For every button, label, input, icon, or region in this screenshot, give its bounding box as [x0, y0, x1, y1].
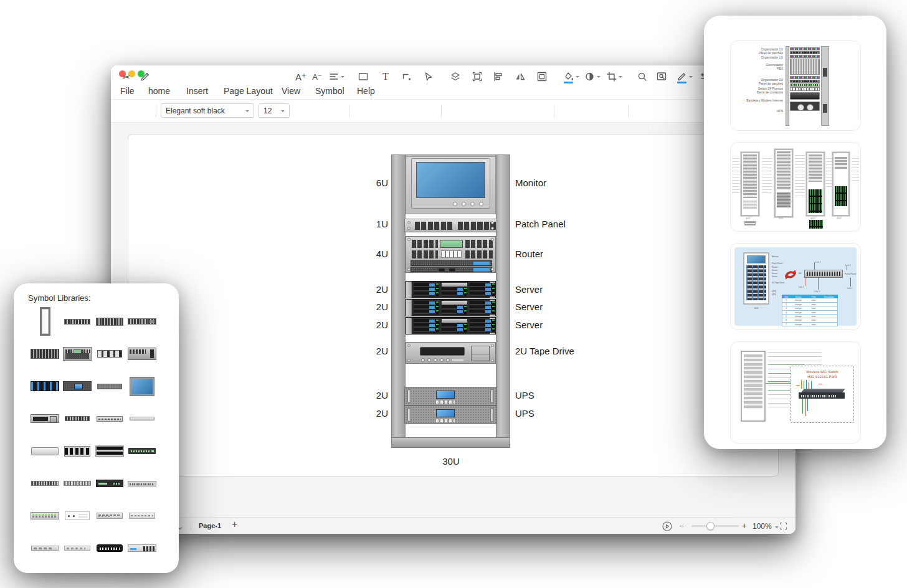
rack-height-label[interactable]: 30U: [426, 456, 476, 467]
rack-switch-symbol[interactable]: [96, 318, 123, 326]
rack-unit-name-label[interactable]: Server: [515, 320, 543, 330]
switch-led-symbol[interactable]: [128, 448, 156, 454]
rack-unit-name-label[interactable]: UPS: [515, 408, 534, 419]
page-tab[interactable]: Page-1: [199, 522, 221, 529]
template-thumbnail-four-racks[interactable]: 40U40U40U40U: [730, 142, 861, 232]
rack-unit-size-label[interactable]: 4U: [376, 249, 388, 259]
rack-unit-size-label[interactable]: 2U: [376, 346, 388, 356]
menu-item[interactable]: Help: [357, 86, 375, 96]
zoom-search-icon[interactable]: [634, 69, 650, 85]
cable-organizer-symbol[interactable]: [64, 446, 90, 457]
monitor-unit[interactable]: [406, 156, 496, 214]
slim-device-b-symbol[interactable]: [64, 546, 90, 551]
modem-symbol[interactable]: [128, 544, 156, 552]
increase-font-icon[interactable]: A⁺: [293, 69, 309, 85]
vent-panel-symbol[interactable]: [97, 384, 122, 389]
menu-item[interactable]: Symbol: [315, 86, 344, 96]
connector-tool-icon[interactable]: [399, 69, 415, 85]
rack-unit-size-label[interactable]: 2U: [376, 284, 388, 295]
text-align-icon[interactable]: [326, 69, 346, 85]
rack-unit-name-label[interactable]: UPS: [515, 390, 534, 401]
font-size-select[interactable]: 12: [259, 103, 290, 118]
server-unit[interactable]: [406, 317, 496, 334]
tape-drive-unit[interactable]: [406, 342, 496, 364]
menu-item[interactable]: File: [120, 86, 135, 96]
rack-unit-size-label[interactable]: 6U: [376, 178, 388, 188]
zoom-slider[interactable]: [691, 525, 739, 527]
presentation-play-icon[interactable]: [662, 521, 673, 532]
hub-symbol[interactable]: [64, 481, 91, 486]
template-thumbnail-spanish-rack[interactable]: Organizador 1UPanel de parcheoOrganizado…: [730, 40, 861, 131]
server-unit[interactable]: [406, 281, 496, 298]
template-thumbnail-wifi-switch[interactable]: Wireless WiFi Switch H3C S1224G-PWR: [730, 341, 861, 443]
menu-item[interactable]: Insert: [186, 86, 208, 96]
pointer-tool-icon[interactable]: [420, 69, 437, 85]
group-icon[interactable]: [469, 69, 485, 85]
menu-item[interactable]: home: [148, 86, 170, 96]
rack-frame-symbol[interactable]: [40, 307, 50, 336]
fullscreen-icon[interactable]: [779, 521, 790, 533]
rack-diagram[interactable]: 6U1U4U2U2U2U2U2U2U MonitorPatch PanelRou…: [128, 135, 778, 476]
rack-unit-name-label[interactable]: Server: [515, 301, 543, 312]
decrease-font-icon[interactable]: A⁻: [309, 69, 325, 85]
menu-item[interactable]: Page Layout: [224, 86, 273, 96]
flip-icon[interactable]: [512, 69, 528, 85]
device-a-symbol[interactable]: [97, 513, 123, 519]
canvas-area[interactable]: 6U1U4U2U2U2U2U2U2U MonitorPatch PanelRou…: [111, 123, 795, 517]
drawing-page[interactable]: 6U1U4U2U2U2U2U2U2U MonitorPatch PanelRou…: [128, 134, 779, 477]
console-server-symbol[interactable]: [96, 480, 123, 487]
cable-duct-symbol[interactable]: [95, 445, 124, 457]
router-symbol[interactable]: [63, 347, 92, 361]
led-panel-symbol[interactable]: [31, 512, 59, 519]
ups-unit[interactable]: [404, 387, 497, 405]
rack-unit-name-label[interactable]: Patch Panel: [515, 219, 566, 229]
ups-symbol[interactable]: [63, 381, 92, 391]
server-unit[interactable]: [406, 299, 496, 316]
menu-item[interactable]: View: [282, 86, 300, 96]
rack-unit-name-label[interactable]: Router: [515, 249, 543, 259]
pen-color-icon[interactable]: [674, 69, 695, 85]
patch-panel-symbol[interactable]: [64, 319, 90, 325]
blade-server-symbol[interactable]: [97, 544, 123, 552]
zoom-level-select[interactable]: 100%: [753, 522, 779, 531]
patch-fine-symbol[interactable]: [128, 481, 156, 486]
rack-unit-size-label[interactable]: 2U: [376, 408, 388, 419]
zoom-in-button[interactable]: +: [742, 521, 747, 531]
zoom-slider-thumb[interactable]: [706, 522, 715, 530]
fill-color-icon[interactable]: [561, 69, 582, 85]
switch-uplink-symbol[interactable]: [128, 318, 156, 325]
router-unit[interactable]: [406, 236, 496, 273]
cut-icon[interactable]: ✂: [118, 69, 135, 85]
slim-device-a-symbol[interactable]: [31, 546, 59, 551]
blank-plate-symbol[interactable]: [130, 417, 154, 420]
format-painter-icon[interactable]: [137, 69, 153, 85]
add-page-button[interactable]: +: [232, 519, 237, 530]
tape-drive-symbol[interactable]: [31, 414, 59, 423]
rack-unit-name-label[interactable]: Monitor: [515, 178, 546, 188]
patch-panel-8-symbol[interactable]: [65, 416, 90, 421]
rack-unit-size-label[interactable]: 1U: [376, 219, 388, 229]
shape-style-icon[interactable]: [582, 69, 603, 85]
text-tool-icon[interactable]: T: [378, 69, 394, 85]
find-replace-icon[interactable]: [653, 69, 670, 85]
io-module-symbol[interactable]: [128, 348, 156, 360]
layers-icon[interactable]: [447, 69, 463, 85]
rack-unit-size-label[interactable]: 2U: [376, 301, 388, 312]
patch-panel-48-symbol[interactable]: [31, 349, 59, 359]
align-objects-icon[interactable]: [490, 69, 506, 85]
monitor-symbol[interactable]: [130, 377, 154, 396]
crop-icon[interactable]: [604, 69, 625, 85]
template-thumbnail-sync-diagram[interactable]: 30U MonitorPatch PanelRouterServerServer…: [730, 243, 861, 330]
font-family-select[interactable]: Elegant soft black: [161, 103, 254, 118]
switch-slim-symbol[interactable]: [31, 481, 59, 486]
device-b-symbol[interactable]: [129, 513, 155, 519]
rack-unit-name-label[interactable]: Server: [515, 284, 543, 295]
ups-unit[interactable]: [404, 405, 497, 424]
rectangle-tool-icon[interactable]: [355, 69, 371, 85]
label-panel-symbol[interactable]: [97, 416, 123, 422]
zoom-out-button[interactable]: −: [679, 521, 684, 531]
rack-unit-name-label[interactable]: 2U Tape Drive: [515, 346, 574, 356]
filler-panel-symbol[interactable]: [31, 447, 59, 455]
rack-unit-size-label[interactable]: 2U: [376, 390, 388, 401]
kvm-symbol[interactable]: [65, 511, 90, 520]
